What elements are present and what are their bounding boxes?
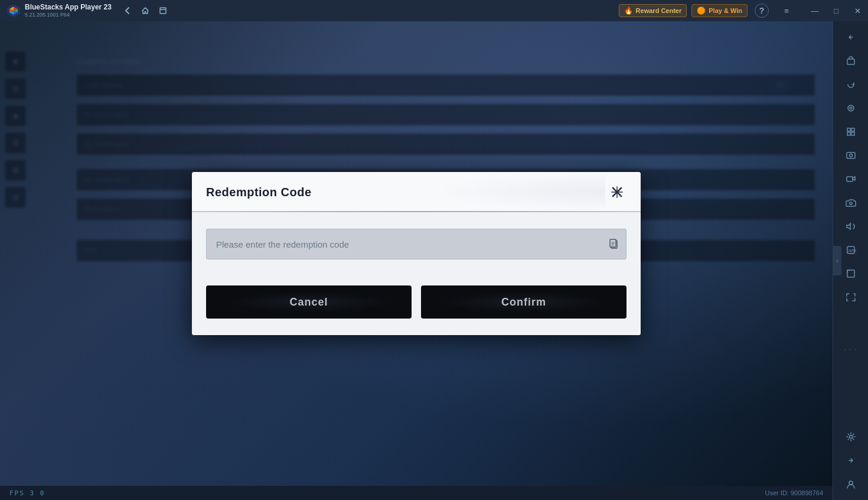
- user-id: User ID: 900898764: [765, 489, 823, 496]
- svg-rect-14: [847, 128, 850, 131]
- svg-rect-17: [851, 132, 854, 135]
- sidebar-icon-resize[interactable]: [838, 262, 864, 285]
- coin-icon: 🟠: [697, 7, 706, 15]
- back-nav-icon[interactable]: [123, 7, 132, 15]
- sidebar-icon-undo[interactable]: [838, 97, 864, 119]
- close-button[interactable]: ✕: [847, 0, 868, 21]
- svg-rect-32: [610, 239, 616, 247]
- dialog-footer: Cancel Confirm: [192, 278, 641, 335]
- fps-display: FPS 3 0: [9, 489, 45, 497]
- maximize-button[interactable]: □: [825, 0, 847, 21]
- dialog-body: [192, 212, 641, 278]
- sidebar-icon-camera[interactable]: [838, 191, 864, 214]
- dialog-close-button[interactable]: [608, 183, 626, 202]
- svg-point-21: [850, 202, 852, 204]
- svg-point-13: [850, 107, 852, 109]
- title-nav: [116, 7, 174, 15]
- status-bar: FPS 3 0 User ID: 900898764: [0, 486, 833, 500]
- title-text: BlueStacks App Player 23 5.21.205.1001 P…: [25, 3, 112, 18]
- reward-center-button[interactable]: 🔥 Reward Center: [619, 4, 687, 17]
- right-sidebar: ‹ RPK · · ·: [833, 21, 868, 500]
- sidebar-dots: · · ·: [844, 345, 857, 353]
- window-nav-icon[interactable]: [159, 7, 167, 15]
- svg-rect-20: [847, 177, 853, 181]
- menu-button[interactable]: ≡: [776, 0, 797, 21]
- sidebar-icon-bag[interactable]: [838, 50, 864, 72]
- svg-point-26: [849, 481, 853, 485]
- sidebar-icon-arrow[interactable]: [838, 26, 864, 48]
- app-version: 5.21.205.1001 P64: [25, 12, 112, 18]
- help-button[interactable]: ?: [755, 4, 769, 18]
- paste-icon[interactable]: [608, 238, 619, 250]
- sidebar-icon-arrow-right[interactable]: [838, 449, 864, 472]
- play-win-button[interactable]: 🟠 Play & Win: [691, 4, 748, 17]
- sidebar-icon-rpk[interactable]: RPK: [838, 239, 864, 261]
- sidebar-icon-expand[interactable]: [838, 286, 864, 309]
- title-bar-left: BlueStacks App Player 23 5.21.205.1001 P…: [0, 3, 612, 18]
- redemption-dialog: Redemption Code: [192, 172, 641, 335]
- minimize-button[interactable]: —: [804, 0, 825, 21]
- title-actions: 🔥 Reward Center 🟠 Play & Win ? ≡: [612, 0, 804, 21]
- window-controls: — □ ✕: [804, 0, 868, 21]
- sidebar-icon-record[interactable]: [838, 168, 864, 190]
- app-name: BlueStacks App Player 23: [25, 3, 112, 11]
- svg-rect-15: [851, 128, 854, 131]
- sidebar-icon-grid[interactable]: [838, 121, 864, 143]
- dialog-title: Redemption Code: [206, 186, 312, 199]
- svg-rect-18: [847, 152, 855, 158]
- title-bar: BlueStacks App Player 23 5.21.205.1001 P…: [0, 0, 868, 21]
- svg-point-19: [849, 154, 852, 157]
- svg-point-25: [849, 436, 852, 439]
- svg-point-12: [848, 105, 854, 111]
- sidebar-icon-volume[interactable]: [838, 215, 864, 238]
- dialog-header-decoration: [428, 172, 605, 211]
- cancel-button[interactable]: Cancel: [206, 285, 412, 319]
- play-win-label: Play & Win: [709, 7, 742, 14]
- sidebar-icon-rotate[interactable]: [838, 73, 864, 96]
- sidebar-icon-user[interactable]: [838, 473, 864, 495]
- close-x-icon: [609, 184, 625, 200]
- confirm-button[interactable]: Confirm: [421, 285, 626, 319]
- bluestacks-logo: [7, 4, 20, 17]
- redemption-code-input[interactable]: [206, 229, 626, 259]
- svg-rect-11: [847, 59, 854, 64]
- dialog-overlay: Redemption Code: [0, 21, 833, 486]
- input-wrapper: [206, 229, 626, 259]
- svg-text:RPK: RPK: [849, 249, 856, 253]
- flame-icon: 🔥: [624, 7, 633, 15]
- home-nav-icon[interactable]: [141, 7, 149, 15]
- sidebar-icon-settings[interactable]: [838, 426, 864, 448]
- sidebar-icon-screenshot[interactable]: [838, 144, 864, 167]
- svg-rect-9: [160, 8, 166, 14]
- reward-center-label: Reward Center: [636, 7, 682, 14]
- svg-rect-16: [847, 132, 850, 135]
- svg-rect-24: [847, 270, 854, 277]
- dialog-header: Redemption Code: [192, 172, 641, 212]
